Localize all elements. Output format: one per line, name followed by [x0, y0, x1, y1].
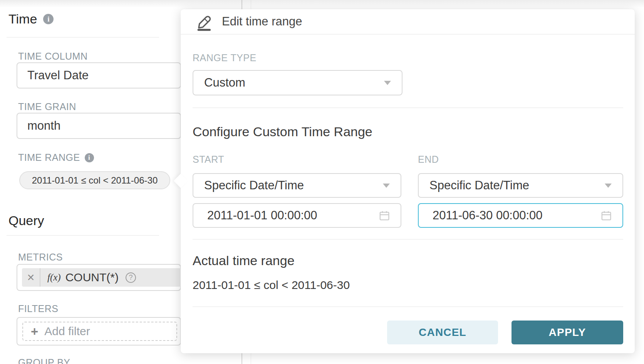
- filters-label: FILTERS: [18, 303, 58, 314]
- configure-heading: Configure Custom Time Range: [193, 124, 372, 139]
- edit-pencil-icon: [195, 12, 213, 31]
- actual-time-range-heading: Actual time range: [193, 253, 295, 268]
- start-date-input[interactable]: [207, 209, 379, 222]
- time-grain-label: TIME GRAIN: [18, 101, 76, 112]
- range-type-select[interactable]: Custom: [193, 70, 402, 95]
- cancel-button[interactable]: CANCEL: [387, 321, 498, 344]
- section-divider: [7, 235, 159, 236]
- time-section-title: Time i: [8, 12, 54, 27]
- filters-field: + Add filter: [17, 317, 181, 346]
- explore-page: Time i TIME COLUMN Travel Date TIME GRAI…: [0, 0, 644, 364]
- chevron-down-icon: [605, 184, 612, 188]
- start-mode-value: Specific Date/Time: [204, 179, 304, 192]
- time-range-pill[interactable]: 2011-01-01 ≤ col < 2011-06-30: [19, 171, 170, 189]
- top-shadow: [0, 0, 644, 8]
- query-section-title: Query: [8, 213, 44, 228]
- chevron-down-icon: [384, 81, 391, 85]
- metrics-label: METRICS: [18, 252, 63, 263]
- end-date-input[interactable]: [433, 209, 601, 222]
- apply-button[interactable]: APPLY: [512, 321, 623, 344]
- time-range-label-row: TIME RANGE i: [18, 152, 94, 163]
- function-icon: f(x): [47, 272, 61, 283]
- time-range-label: TIME RANGE: [18, 152, 80, 163]
- time-grain-select[interactable]: month: [17, 113, 181, 139]
- metrics-field[interactable]: ✕ f(x) COUNT(*) ?: [17, 264, 181, 291]
- popover-title: Edit time range: [222, 15, 302, 28]
- popover-divider: [193, 239, 623, 240]
- close-icon[interactable]: ✕: [22, 268, 40, 287]
- popover-divider: [193, 306, 623, 307]
- edit-time-range-popover: Edit time range RANGE TYPE Custom Config…: [181, 9, 635, 353]
- end-mode-select[interactable]: Specific Date/Time: [418, 173, 623, 198]
- query-section-label: Query: [8, 213, 44, 228]
- section-divider: [7, 37, 159, 38]
- metric-name: COUNT(*): [65, 271, 119, 284]
- calendar-icon[interactable]: [379, 210, 390, 221]
- info-icon[interactable]: i: [43, 14, 54, 24]
- end-mode-value: Specific Date/Time: [429, 179, 529, 192]
- popover-header: Edit time range: [181, 9, 635, 35]
- start-date-input-wrap: [193, 203, 401, 228]
- end-date-input-wrap: [418, 203, 623, 228]
- chip-separator: [40, 268, 40, 287]
- time-grain-value: month: [27, 119, 60, 133]
- time-column-label: TIME COLUMN: [18, 51, 88, 62]
- group-by-label: GROUP BY: [18, 357, 70, 364]
- range-type-value: Custom: [204, 76, 245, 90]
- plus-icon: +: [31, 325, 38, 338]
- metric-chip[interactable]: ✕ f(x) COUNT(*) ?: [22, 268, 181, 287]
- time-column-select[interactable]: Travel Date: [17, 62, 181, 88]
- start-label: START: [193, 154, 224, 165]
- time-column-value: Travel Date: [27, 68, 89, 82]
- calendar-icon[interactable]: [601, 210, 612, 221]
- control-panel: Time i TIME COLUMN Travel Date TIME GRAI…: [0, 0, 181, 364]
- popover-divider: [193, 107, 623, 108]
- add-filter-label: Add filter: [44, 325, 90, 338]
- time-section-label: Time: [8, 12, 37, 27]
- actual-time-range-value: 2011-01-01 ≤ col < 2011-06-30: [193, 279, 350, 292]
- add-filter-button[interactable]: + Add filter: [22, 322, 177, 341]
- end-label: END: [418, 154, 439, 165]
- help-icon[interactable]: ?: [126, 272, 136, 283]
- info-icon[interactable]: i: [85, 153, 94, 162]
- start-mode-select[interactable]: Specific Date/Time: [193, 173, 401, 198]
- chevron-down-icon: [383, 184, 390, 188]
- range-type-label: RANGE TYPE: [193, 52, 257, 63]
